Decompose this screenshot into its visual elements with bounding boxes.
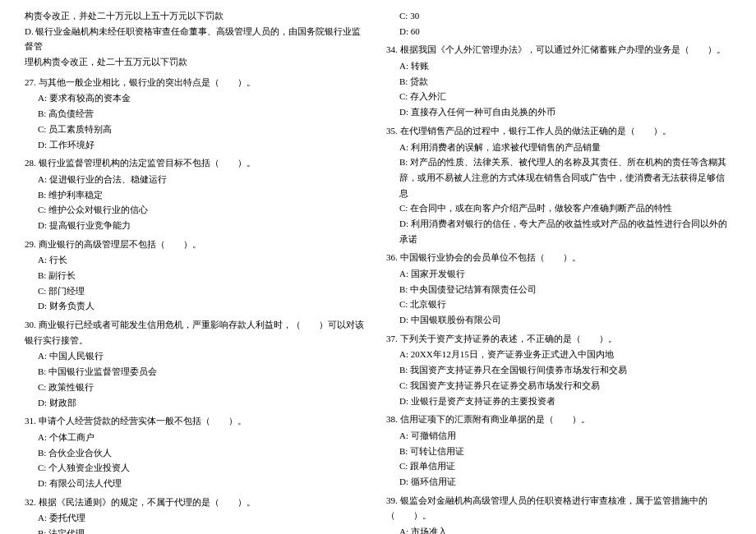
question-35: 35. 在代理销售产品的过程中，银行工作人员的做法正确的是（ ）。 A: 利用消… bbox=[386, 123, 731, 247]
q38-text: 38. 信用证项下的汇票附有商业单据的是（ ）。 bbox=[386, 412, 731, 427]
question-27: 27. 与其他一般企业相比，银行业的突出特点是（ ）。 A: 要求有较高的资本金… bbox=[25, 75, 370, 152]
q35-optA: A: 利用消费者的误解，追求被代理销售的产品销量 bbox=[386, 140, 731, 155]
right-column: C: 30 D: 60 34. 根据我国《个人外汇管理办法》，可以通过外汇储蓄账… bbox=[386, 8, 731, 534]
q31-optC: C: 个人独资企业投资人 bbox=[25, 460, 370, 476]
q38-optA: A: 可撤销信用 bbox=[386, 428, 731, 444]
left-column: 构责令改正，并处二十万元以上五十万元以下罚款 D. 银行业金融机构未经任职资格审… bbox=[25, 8, 370, 534]
q28-optC: C: 维护公众对银行业的信心 bbox=[25, 202, 370, 218]
question-32: 32. 根据《民法通则》的规定，不属于代理的是（ ）。 A: 委托代理 B: 法… bbox=[25, 495, 370, 534]
q27-text: 27. 与其他一般企业相比，银行业的突出特点是（ ）。 bbox=[25, 75, 370, 90]
q32-optB: B: 法定代理 bbox=[25, 526, 370, 534]
q31-optA: A: 个体工商户 bbox=[25, 430, 370, 445]
question-34: 34. 根据我国《个人外汇管理办法》，可以通过外汇储蓄账户办理的业务是（ ）。 … bbox=[386, 42, 731, 119]
q38-optC: C: 跟单信用证 bbox=[386, 458, 731, 474]
question-31: 31. 申请个人经营贷款的经营实体一般不包括（ ）。 A: 个体工商户 B: 合… bbox=[25, 413, 370, 490]
q35-text: 35. 在代理销售产品的过程中，银行工作人员的做法正确的是（ ）。 bbox=[386, 123, 731, 139]
intro-line-1: 构责令改正，并处二十万元以上五十万元以下罚款 bbox=[25, 8, 370, 24]
q29-optD: D: 财务负责人 bbox=[25, 298, 370, 314]
q37-optB: B: 我国资产支持证券只在全国银行间债券市场发行和交易 bbox=[386, 362, 731, 378]
q31-optB: B: 合伙企业合伙人 bbox=[25, 445, 370, 461]
q34-text: 34. 根据我国《个人外汇管理办法》，可以通过外汇储蓄账户办理的业务是（ ）。 bbox=[386, 42, 731, 58]
q33-optD: D: 60 bbox=[386, 24, 731, 39]
q30-optC: C: 政策性银行 bbox=[25, 380, 370, 395]
q38-optB: B: 可转让信用证 bbox=[386, 444, 731, 459]
question-33-cont: C: 30 D: 60 bbox=[386, 8, 731, 39]
q37-optC: C: 我国资产支持证券只在证券交易市场发行和交易 bbox=[386, 378, 731, 394]
q34-optC: C: 存入外汇 bbox=[386, 89, 731, 104]
question-36: 36. 中国银行业协会的会员单位不包括（ ）。 A: 国家开发银行 B: 中央国… bbox=[386, 250, 731, 327]
q35-optB: B: 对产品的性质、法律关系、被代理人的名称及其责任、所在机构的责任等含糊其辞，… bbox=[386, 154, 731, 200]
q34-optB: B: 贷款 bbox=[386, 74, 731, 90]
q36-optB: B: 中央国债登记结算有限责任公司 bbox=[386, 282, 731, 297]
question-37: 37. 下列关于资产支持证券的表述，不正确的是（ ）。 A: 20XX年12月1… bbox=[386, 331, 731, 408]
q36-text: 36. 中国银行业协会的会员单位不包括（ ）。 bbox=[386, 250, 731, 265]
q27-optD: D: 工作环境好 bbox=[25, 137, 370, 153]
intro-block: 构责令改正，并处二十万元以上五十万元以下罚款 D. 银行业金融机构未经任职资格审… bbox=[25, 8, 370, 70]
q30-optB: B: 中国银行业监督管理委员会 bbox=[25, 364, 370, 380]
q37-optA: A: 20XX年12月15日，资产证券业务正式进入中国内地 bbox=[386, 347, 731, 362]
q29-optA: A: 行长 bbox=[25, 252, 370, 268]
q29-text: 29. 商业银行的高级管理层不包括（ ）。 bbox=[25, 237, 370, 252]
question-39: 39. 银监会对金融机构高级管理人员的任职资格进行审查核准，属于监管措施中的（ … bbox=[386, 493, 731, 534]
q27-optC: C: 员工素质特别高 bbox=[25, 122, 370, 137]
q36-optA: A: 国家开发银行 bbox=[386, 266, 731, 282]
q29-optB: B: 副行长 bbox=[25, 268, 370, 283]
q30-optD: D: 财政部 bbox=[25, 395, 370, 411]
q36-optD: D: 中国银联股份有限公司 bbox=[386, 312, 731, 328]
page-container: 构责令改正，并处二十万元以上五十万元以下罚款 D. 银行业金融机构未经任职资格审… bbox=[25, 8, 731, 534]
q32-optA: A: 委托代理 bbox=[25, 510, 370, 526]
q38-optD: D: 循环信用证 bbox=[386, 474, 731, 490]
q37-optD: D: 业银行是资产支持证券的主要投资者 bbox=[386, 394, 731, 409]
q28-text: 28. 银行业监督管理机构的法定监管目标不包括（ ）。 bbox=[25, 155, 370, 171]
q34-optD: D: 直接存入任何一种可自由兑换的外币 bbox=[386, 104, 731, 120]
q28-optA: A: 促进银行业的合法、稳健运行 bbox=[25, 172, 370, 187]
q35-optD: D: 利用消费者对银行的信任，夸大产品的收益性或对产品的收益性进行合同以外的承诺 bbox=[386, 216, 731, 246]
q28-optD: D: 提高银行业竞争能力 bbox=[25, 218, 370, 233]
q27-optA: A: 要求有较高的资本金 bbox=[25, 90, 370, 106]
intro-line-2: D. 银行业金融机构未经任职资格审查任命董事、高级管理人员的，由国务院银行业监督… bbox=[25, 24, 370, 54]
q35-optC: C: 在合同中，或在向客户介绍产品时，做较客户准确判断产品的特性 bbox=[386, 200, 731, 216]
q31-optD: D: 有限公司法人代理 bbox=[25, 476, 370, 491]
q34-optA: A: 转账 bbox=[386, 58, 731, 74]
q37-text: 37. 下列关于资产支持证券的表述，不正确的是（ ）。 bbox=[386, 331, 731, 347]
q30-optA: A: 中国人民银行 bbox=[25, 348, 370, 364]
q39-optA: A: 市场准入 bbox=[386, 524, 731, 534]
q39-text: 39. 银监会对金融机构高级管理人员的任职资格进行审查核准，属于监管措施中的（ … bbox=[386, 493, 731, 523]
q33-optC: C: 30 bbox=[386, 8, 731, 24]
q36-optC: C: 北京银行 bbox=[386, 297, 731, 312]
q29-optC: C: 部门经理 bbox=[25, 283, 370, 299]
q32-text: 32. 根据《民法通则》的规定，不属于代理的是（ ）。 bbox=[25, 495, 370, 510]
question-30: 30. 商业银行已经或者可能发生信用危机，严重影响存款人利益时，（ ）可以对该银… bbox=[25, 317, 370, 410]
intro-line-3: 理机构责令改正，处二十五万元以下罚款 bbox=[25, 54, 370, 70]
question-28: 28. 银行业监督管理机构的法定监管目标不包括（ ）。 A: 促进银行业的合法、… bbox=[25, 155, 370, 232]
q31-text: 31. 申请个人经营贷款的经营实体一般不包括（ ）。 bbox=[25, 413, 370, 429]
q27-optB: B: 高负债经营 bbox=[25, 106, 370, 122]
q28-optB: B: 维护利率稳定 bbox=[25, 187, 370, 203]
question-38: 38. 信用证项下的汇票附有商业单据的是（ ）。 A: 可撤销信用 B: 可转让… bbox=[386, 412, 731, 489]
question-29: 29. 商业银行的高级管理层不包括（ ）。 A: 行长 B: 副行长 C: 部门… bbox=[25, 237, 370, 314]
q30-text: 30. 商业银行已经或者可能发生信用危机，严重影响存款人利益时，（ ）可以对该银… bbox=[25, 317, 370, 348]
